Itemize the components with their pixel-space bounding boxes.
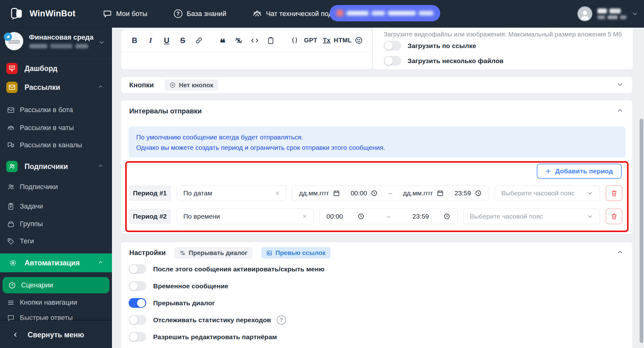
chevron-up-icon	[616, 248, 624, 256]
dashboard-icon	[6, 63, 18, 74]
sidebar-item-label: Дашборд	[25, 64, 58, 73]
chat-bubbles-icon	[7, 141, 15, 149]
sidebar-item-broadcasts-chats[interactable]: Рассылки в чаты	[0, 121, 112, 135]
italic-button[interactable]: I	[147, 36, 155, 45]
toggle-label: После этого сообщения активировать/скрыт…	[153, 265, 325, 273]
setting-row-interrupt-dialog: Прерывать диалог	[129, 298, 215, 308]
sidebar-item-nav-buttons[interactable]: Кнопки навигации	[0, 296, 112, 309]
activate-menu-toggle[interactable]	[129, 264, 146, 274]
calendar-icon[interactable]	[333, 190, 340, 197]
period-1-type-select[interactable]: По датам ×	[177, 185, 286, 201]
end-time-value[interactable]: 23:59	[454, 189, 471, 197]
toggle-label: Временное сообщение	[153, 282, 228, 290]
end-date-value[interactable]: дд.мм.гггг	[403, 189, 433, 197]
calendar-icon[interactable]	[437, 190, 444, 197]
partner-edit-toggle[interactable]	[129, 332, 146, 342]
people-icon	[7, 124, 15, 132]
add-period-button[interactable]: + Добавить период	[537, 164, 622, 179]
badge-label: Превью ссылок	[275, 249, 325, 257]
clear-icon[interactable]: ×	[275, 189, 280, 198]
collapse-section-button[interactable]	[616, 80, 624, 90]
period-1-delete-button[interactable]	[606, 185, 622, 201]
collapse-section-button[interactable]	[616, 106, 624, 116]
strikethrough-button[interactable]: S	[179, 36, 187, 45]
period-2-type-select[interactable]: По времени ×	[177, 209, 314, 224]
upload-by-link-toggle[interactable]	[384, 41, 401, 51]
box-icon	[7, 220, 15, 228]
sidebar-item-subscribers-section[interactable]: Подписчики	[0, 160, 112, 173]
setting-row-temporary-message: Временное сообщение	[129, 281, 228, 291]
code-button[interactable]	[251, 36, 259, 45]
clear-icon[interactable]: ×	[303, 212, 307, 221]
sidebar-item-groups[interactable]: Группы	[0, 217, 112, 231]
collapse-menu-button[interactable]: Свернуть меню	[0, 321, 112, 348]
period-2-timezone-select[interactable]: Выберите часовой пояс	[463, 209, 600, 224]
period-2-time-range[interactable]: 00:00 – 23:59	[319, 209, 458, 224]
sidebar-item-broadcasts-bot[interactable]: Рассылки в бота	[0, 103, 112, 117]
bold-button[interactable]: B	[130, 36, 139, 45]
track-stats-toggle[interactable]	[129, 315, 146, 325]
scrollbar-thumb[interactable]	[640, 119, 643, 343]
temporary-message-toggle[interactable]	[129, 281, 146, 291]
emoji-button[interactable]	[355, 36, 363, 45]
sidebar-item-subscribers[interactable]: Подписчики	[0, 180, 112, 194]
sidebar-item-broadcasts-channels[interactable]: Рассылки в каналы	[0, 138, 112, 152]
user-menu[interactable]	[577, 0, 638, 28]
start-time-value[interactable]: 00:00	[326, 213, 343, 220]
period-1-timezone-select[interactable]: Выберите часовой пояс	[495, 185, 600, 201]
upload-by-link-row: Загрузить по ссылке	[384, 41, 476, 51]
sidebar-item-dashboard[interactable]: Дашборд	[0, 62, 112, 75]
rich-text-editor[interactable]: B I U S ❝ GPT Tx HTML	[121, 29, 373, 70]
sidebar-item-automation[interactable]: Автоматизация	[0, 253, 112, 272]
app-window: WinWinBot Мои боты ? База знаний Чат тех…	[0, 0, 644, 348]
clock-icon[interactable]	[443, 213, 450, 220]
workspace-switcher[interactable]: Финансовая среда	[0, 28, 112, 59]
collapse-section-button[interactable]	[616, 248, 624, 258]
chevron-down-icon	[98, 39, 105, 47]
gpt-button[interactable]: GPT	[307, 36, 315, 45]
interrupt-dialog-toggle[interactable]	[129, 298, 146, 308]
period-2-delete-button[interactable]	[606, 209, 622, 224]
editor-text-area[interactable]	[121, 52, 372, 69]
period-row-1: Период #1 По датам × дд.мм.гггг 00:00 –	[129, 185, 622, 201]
help-circle-icon[interactable]: ?	[277, 315, 286, 325]
select-value: По времени	[183, 213, 220, 220]
sidebar-item-tags[interactable]: Теги	[0, 234, 112, 248]
underline-button[interactable]: U	[163, 36, 171, 45]
nav-my-bots[interactable]: Мои боты	[103, 9, 147, 18]
clock-icon[interactable]	[358, 213, 364, 220]
hidden-text-button[interactable]	[235, 36, 243, 45]
start-time-value[interactable]: 00:00	[351, 189, 367, 197]
sidebar-item-label: Задачи	[20, 202, 43, 210]
sidebar-item-broadcasts[interactable]: Рассылки	[0, 80, 112, 94]
html-button[interactable]: HTML	[339, 36, 347, 45]
period-1-datetime-range[interactable]: дд.мм.гггг 00:00 – дд.мм.гггг 23:59	[292, 185, 489, 201]
variables-button[interactable]	[291, 36, 299, 45]
nav-knowledge-base[interactable]: ? База знаний	[174, 9, 226, 18]
redacted-blob	[419, 11, 433, 15]
quote-button[interactable]: ❝	[219, 36, 227, 45]
end-time-value[interactable]: 23:59	[412, 213, 429, 220]
clipboard-button[interactable]	[267, 36, 275, 45]
redacted-blob	[372, 11, 385, 15]
timezone-placeholder: Выберите часовой пояс	[470, 213, 543, 220]
sidebar-item-scenarios-active[interactable]: Сценарии	[3, 277, 109, 293]
subscribers-icon	[6, 161, 18, 172]
sidebar-item-label: Кнопки навигации	[20, 298, 77, 307]
redacted-blob	[347, 11, 369, 15]
start-date-value[interactable]: дд.мм.гггг	[299, 189, 329, 197]
bot-avatar-start-pill	[9, 40, 19, 44]
toggle-label: Загрузить по ссылке	[408, 42, 476, 50]
link-button[interactable]	[195, 36, 203, 45]
clock-icon[interactable]	[371, 190, 378, 197]
sidebar-item-tasks[interactable]: Задачи	[0, 199, 112, 213]
clock-icon[interactable]	[475, 190, 482, 197]
promo-button-redacted[interactable]	[330, 5, 440, 21]
brand[interactable]: WinWinBot	[9, 7, 75, 21]
upload-multiple-toggle[interactable]	[384, 56, 401, 66]
people-icon	[7, 183, 15, 191]
clear-format-button[interactable]: Tx	[323, 36, 331, 45]
gear-icon	[9, 259, 17, 267]
sidebar-item-label: Рассылки в каналы	[20, 141, 82, 149]
nav-label: Мои боты	[116, 10, 147, 18]
